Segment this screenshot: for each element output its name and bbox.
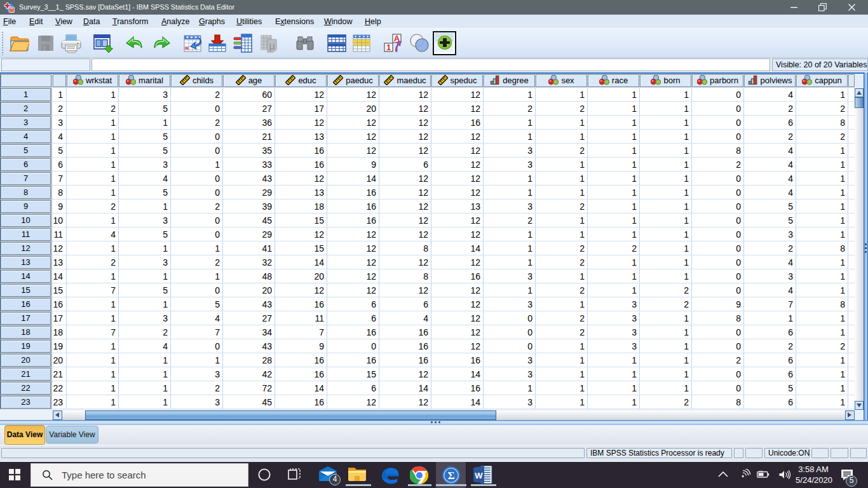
svg-text:Σ: Σ xyxy=(447,470,454,482)
svg-text:1: 1 xyxy=(386,43,391,52)
svg-text:μ: μ xyxy=(269,41,275,51)
svg-text:W: W xyxy=(475,471,483,480)
